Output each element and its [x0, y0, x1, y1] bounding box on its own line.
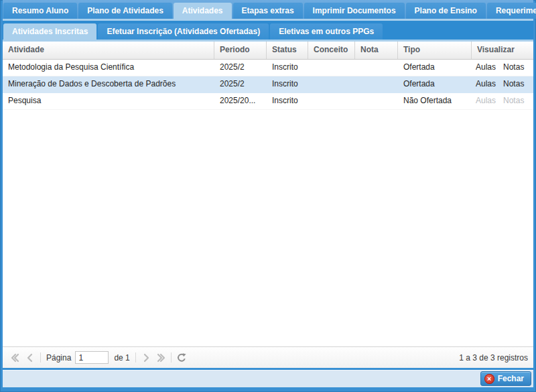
tab-plano-de-atividades[interactable]: Plano de Atividades: [78, 3, 172, 19]
table-row[interactable]: Pesquisa2025/20...InscritoNão OfertadaAu…: [3, 93, 533, 110]
activities-window: Resumo AlunoPlano de AtividadesAtividade…: [0, 0, 536, 392]
notas-link[interactable]: Notas: [503, 76, 524, 92]
table-row[interactable]: Mineração de Dados e Descoberta de Padrõ…: [3, 76, 533, 93]
cell-tipo: Não Ofertada: [398, 93, 472, 109]
page-label: Página: [46, 353, 71, 363]
cell-conceito: [308, 76, 355, 92]
aulas-link[interactable]: Aulas: [476, 76, 496, 92]
secondary-tabbar: Atividades InscritasEfetuar Inscrição (A…: [3, 21, 533, 42]
tab-plano-de-ensino[interactable]: Plano de Ensino: [406, 3, 486, 19]
tab-atividades[interactable]: Atividades: [174, 3, 232, 19]
tab-atividades-inscritas[interactable]: Atividades Inscritas: [3, 23, 96, 40]
tab-eletivas-em-outros-ppgs[interactable]: Eletivas em outros PPGs: [270, 23, 383, 40]
cell-tipo: Ofertada: [398, 60, 472, 76]
cell-periodo: 2025/20...: [214, 93, 267, 109]
cell-periodo: 2025/2: [214, 76, 267, 92]
cell-atividade: Mineração de Dados e Descoberta de Padrõ…: [3, 76, 214, 92]
activities-grid: AtividadePeriodoStatusConceitoNotaTipoVi…: [3, 42, 533, 368]
cell-conceito: [308, 60, 355, 76]
cell-atividade: Pesquisa: [3, 93, 214, 109]
tab-resumo-aluno[interactable]: Resumo Aluno: [3, 3, 77, 19]
next-page-button: [139, 351, 153, 365]
cell-tipo: Ofertada: [398, 76, 472, 92]
tab-imprimir-documentos[interactable]: Imprimir Documentos: [304, 3, 405, 19]
prev-page-button: [23, 351, 38, 365]
cell-nota: [355, 76, 398, 92]
chevron-left-icon: [25, 353, 35, 363]
close-icon: ×: [484, 374, 494, 384]
column-header-nota[interactable]: Nota: [355, 42, 398, 59]
tab-etapas-extras[interactable]: Etapas extras: [233, 3, 303, 19]
aulas-link[interactable]: Aulas: [476, 60, 496, 76]
cell-visualizar: AulasNotas: [472, 93, 533, 109]
cell-periodo: 2025/2: [214, 60, 267, 76]
cell-atividade: Metodologia da Pesquisa Científica: [3, 60, 214, 76]
double-chevron-right-icon: [156, 353, 165, 363]
column-header-conceito[interactable]: Conceito: [308, 42, 355, 59]
cell-nota: [355, 60, 398, 76]
tab-requerimento[interactable]: Requerimento: [487, 3, 536, 19]
tab-efetuar-inscricao-atividades-ofertadas[interactable]: Efetuar Inscrição (Atividades Ofertadas): [98, 23, 269, 40]
column-header-atividade[interactable]: Atividade: [3, 42, 214, 59]
last-page-button: [153, 351, 168, 365]
toolbar-separator: [40, 352, 41, 363]
page-count-label: de 1: [114, 353, 129, 363]
cell-conceito: [308, 93, 355, 109]
table-row[interactable]: Metodologia da Pesquisa Científica2025/2…: [3, 60, 533, 76]
refresh-icon: [176, 352, 187, 363]
first-page-button: [8, 351, 23, 365]
window-footer: × Fechar: [3, 370, 533, 387]
column-header-visualizar[interactable]: Visualizar: [472, 42, 533, 59]
page-number-input[interactable]: [75, 351, 109, 364]
fechar-label: Fechar: [498, 374, 524, 383]
toolbar-separator: [171, 352, 172, 363]
fechar-button[interactable]: × Fechar: [480, 371, 531, 386]
cell-status: Inscrito: [267, 60, 308, 76]
column-header-tipo[interactable]: Tipo: [398, 42, 472, 59]
records-summary: 1 a 3 de 3 registros: [459, 353, 528, 363]
cell-visualizar: AulasNotas: [472, 60, 533, 76]
aulas-link: Aulas: [476, 93, 496, 109]
cell-status: Inscrito: [267, 93, 308, 109]
refresh-button[interactable]: [174, 351, 189, 365]
grid-body: Metodologia da Pesquisa Científica2025/2…: [3, 60, 533, 346]
notas-link[interactable]: Notas: [503, 60, 524, 76]
notas-link: Notas: [503, 93, 524, 109]
cell-visualizar: AulasNotas: [472, 76, 533, 92]
cell-status: Inscrito: [267, 76, 308, 92]
primary-tabbar: Resumo AlunoPlano de AtividadesAtividade…: [3, 0, 533, 21]
grid-header: AtividadePeriodoStatusConceitoNotaTipoVi…: [3, 42, 533, 60]
paging-toolbar: Página de 1 1 a 3 de 3 registros: [3, 346, 533, 368]
toolbar-separator: [135, 352, 136, 363]
column-header-status[interactable]: Status: [267, 42, 308, 59]
double-chevron-left-icon: [11, 353, 20, 363]
cell-nota: [355, 93, 398, 109]
column-header-periodo[interactable]: Periodo: [214, 42, 267, 59]
chevron-right-icon: [141, 353, 151, 363]
